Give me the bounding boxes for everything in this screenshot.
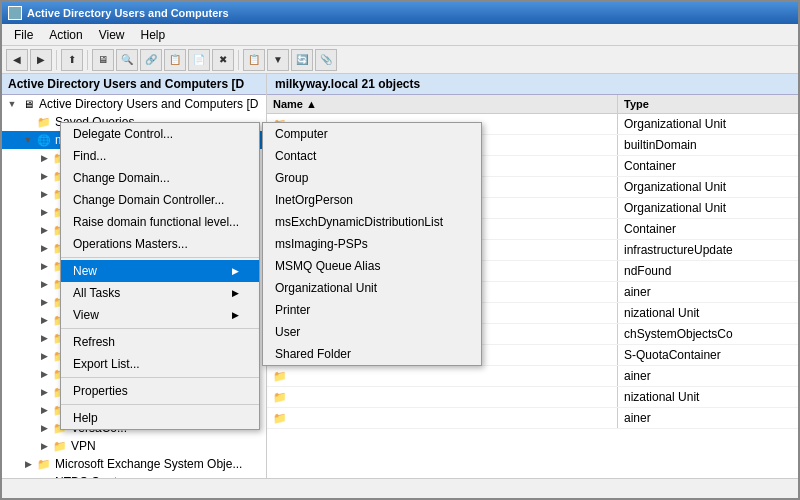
tree-expand-ou-14[interactable]: ▶ <box>36 405 52 415</box>
tb-link[interactable]: 🔗 <box>140 49 162 71</box>
tree-expand-ou-11[interactable]: ▶ <box>36 351 52 361</box>
tb-delete[interactable]: ✖ <box>212 49 234 71</box>
tree-expand-domain[interactable]: ▼ <box>20 135 36 145</box>
ctx-raise[interactable]: Raise domain functional level... <box>61 211 259 233</box>
row-type-5: Container <box>618 219 798 239</box>
tree-item-ntds[interactable]: 📁 NTDS Quotas <box>2 473 266 478</box>
row-type-14: ainer <box>618 408 798 428</box>
tree-expand-exchange[interactable]: ▶ <box>20 459 36 469</box>
ctx-view-label: View <box>73 308 99 322</box>
list-header: Name ▲ Type <box>267 95 798 114</box>
tree-expand-ou-16[interactable]: ▶ <box>36 441 52 451</box>
ntds-icon: 📁 <box>36 474 52 478</box>
sub-group[interactable]: Group <box>263 167 481 189</box>
tb-up[interactable]: ⬆ <box>61 49 83 71</box>
tree-item-root[interactable]: ▼ 🖥 Active Directory Users and Computers… <box>2 95 266 113</box>
tb-sep2 <box>87 50 88 70</box>
ctx-delegate[interactable]: Delegate Control... <box>61 123 259 145</box>
tree-expand-ou-8[interactable]: ▶ <box>36 297 52 307</box>
sub-menu-new[interactable]: Computer Contact Group InetOrgPerson msE… <box>262 122 482 366</box>
title-bar-icon <box>8 6 22 20</box>
menu-action[interactable]: Action <box>41 26 90 44</box>
ctx-operations[interactable]: Operations Masters... <box>61 233 259 255</box>
row-type-7: ndFound <box>618 261 798 281</box>
menu-file[interactable]: File <box>6 26 41 44</box>
exchange-icon: 📁 <box>36 456 52 472</box>
tree-expand-ou-9[interactable]: ▶ <box>36 315 52 325</box>
tree-expand-ou-15[interactable]: ▶ <box>36 423 52 433</box>
tree-expand-ou-3[interactable]: ▶ <box>36 207 52 217</box>
menu-help[interactable]: Help <box>133 26 174 44</box>
row-type-10: chSystemObjectsCo <box>618 324 798 344</box>
row-type-4: Organizational Unit <box>618 198 798 218</box>
tree-expand-ou-5[interactable]: ▶ <box>36 243 52 253</box>
ctx-all-tasks[interactable]: All Tasks ▶ <box>61 282 259 304</box>
ctx-help[interactable]: Help <box>61 407 259 429</box>
row-name-12: 📁 <box>267 366 618 386</box>
tree-expand-ou-6[interactable]: ▶ <box>36 261 52 271</box>
row-type-12: ainer <box>618 366 798 386</box>
tb-paste[interactable]: 📄 <box>188 49 210 71</box>
tree-expand-ou-2[interactable]: ▶ <box>36 189 52 199</box>
col-header-name[interactable]: Name ▲ <box>267 95 618 113</box>
ctx-all-tasks-arrow: ▶ <box>232 288 239 298</box>
sub-msmq[interactable]: MSMQ Queue Alias <box>263 255 481 277</box>
list-row-14[interactable]: 📁 ainer <box>267 408 798 429</box>
right-header: milkyway.local 21 objects <box>267 74 798 95</box>
tb-back[interactable]: ◀ <box>6 49 28 71</box>
tree-expand-ou-7[interactable]: ▶ <box>36 279 52 289</box>
tree-label-ntds: NTDS Quotas <box>55 475 130 478</box>
list-row-12[interactable]: 📁 ainer <box>267 366 798 387</box>
list-row-13[interactable]: 📁 nizational Unit <box>267 387 798 408</box>
ctx-find[interactable]: Find... <box>61 145 259 167</box>
tree-expand-ou-0[interactable]: ▶ <box>36 153 52 163</box>
sub-msexch[interactable]: msExchDynamicDistributionList <box>263 211 481 233</box>
tree-expand-ou-12[interactable]: ▶ <box>36 369 52 379</box>
ctx-refresh[interactable]: Refresh <box>61 331 259 353</box>
sub-printer[interactable]: Printer <box>263 299 481 321</box>
tree-expand-ou-10[interactable]: ▶ <box>36 333 52 343</box>
tb-filter[interactable]: ▼ <box>267 49 289 71</box>
sub-user[interactable]: User <box>263 321 481 343</box>
tree-expand-root[interactable]: ▼ <box>4 99 20 109</box>
row-type-0: Organizational Unit <box>618 114 798 134</box>
ctx-new-label: New <box>73 264 97 278</box>
ctx-change-domain[interactable]: Change Domain... <box>61 167 259 189</box>
tb-find[interactable]: 🔍 <box>116 49 138 71</box>
sub-inetorgperson[interactable]: InetOrgPerson <box>263 189 481 211</box>
tb-computer[interactable]: 🖥 <box>92 49 114 71</box>
tree-item-exchange[interactable]: ▶ 📁 Microsoft Exchange System Obje... <box>2 455 266 473</box>
tree-expand-ou-13[interactable]: ▶ <box>36 387 52 397</box>
ctx-sep3 <box>61 377 259 378</box>
context-menu[interactable]: Delegate Control... Find... Change Domai… <box>60 122 260 430</box>
tb-refresh[interactable]: 🔄 <box>291 49 313 71</box>
ou-icon-16: 📁 <box>52 438 68 454</box>
row-type-13: nizational Unit <box>618 387 798 407</box>
ctx-all-tasks-label: All Tasks <box>73 286 120 300</box>
tree-item-ou-16[interactable]: ▶ 📁 VPN <box>2 437 266 455</box>
tb-forward[interactable]: ▶ <box>30 49 52 71</box>
col-header-type[interactable]: Type <box>618 95 798 113</box>
tb-properties[interactable]: 📋 <box>243 49 265 71</box>
status-bar <box>2 478 798 500</box>
ctx-change-dc[interactable]: Change Domain Controller... <box>61 189 259 211</box>
ctx-view[interactable]: View ▶ <box>61 304 259 326</box>
title-bar-text: Active Directory Users and Computers <box>27 7 229 19</box>
ctx-properties[interactable]: Properties <box>61 380 259 402</box>
sub-contact[interactable]: Contact <box>263 145 481 167</box>
tb-export[interactable]: 📎 <box>315 49 337 71</box>
sub-shared-folder[interactable]: Shared Folder <box>263 343 481 365</box>
row-type-6: infrastructureUpdate <box>618 240 798 260</box>
sub-msimaging[interactable]: msImaging-PSPs <box>263 233 481 255</box>
tb-clipboard[interactable]: 📋 <box>164 49 186 71</box>
row-type-1: builtinDomain <box>618 135 798 155</box>
sub-ou[interactable]: Organizational Unit <box>263 277 481 299</box>
ctx-new[interactable]: New ▶ <box>61 260 259 282</box>
sub-computer[interactable]: Computer <box>263 123 481 145</box>
domain-icon: 🌐 <box>36 132 52 148</box>
tree-expand-ou-4[interactable]: ▶ <box>36 225 52 235</box>
menu-view[interactable]: View <box>91 26 133 44</box>
tree-header: Active Directory Users and Computers [D <box>2 74 266 95</box>
ctx-export[interactable]: Export List... <box>61 353 259 375</box>
tree-expand-ou-1[interactable]: ▶ <box>36 171 52 181</box>
